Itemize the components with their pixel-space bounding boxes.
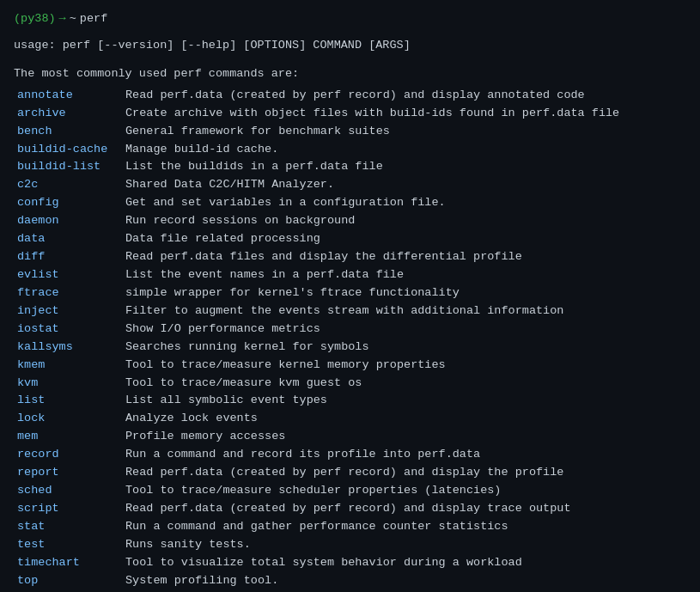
cmd-name: script	[14, 500, 125, 518]
table-row: annotateRead perf.data (created by perf …	[14, 87, 686, 105]
table-row: buildid-listList the buildids in a perf.…	[14, 158, 686, 176]
cmd-name: evlist	[14, 266, 125, 284]
cmd-name: lock	[14, 410, 125, 428]
cmd-name: stat	[14, 518, 125, 536]
cmd-name: kallsyms	[14, 339, 125, 357]
cmd-name: top	[14, 572, 125, 590]
table-row: configGet and set variables in a configu…	[14, 194, 686, 212]
cmd-desc: List the event names in a perf.data file	[125, 266, 686, 284]
table-row: recordRun a command and record its profi…	[14, 446, 686, 464]
cmd-desc: Tool to trace/measure kvm guest os	[125, 375, 686, 393]
cmd-desc: Read perf.data (created by perf record) …	[125, 87, 686, 105]
cmd-desc: List all symbolic event types	[125, 392, 686, 410]
prompt-tilde: ~	[70, 10, 76, 28]
table-row: evlistList the event names in a perf.dat…	[14, 266, 686, 284]
cmd-name: c2c	[14, 176, 125, 194]
commands-table: annotateRead perf.data (created by perf …	[14, 87, 686, 592]
table-row: iostatShow I/O performance metrics	[14, 320, 686, 339]
cmd-name: mem	[14, 428, 125, 446]
section-header: The most commonly used perf commands are…	[14, 65, 686, 83]
table-row: kallsymsSearches running kernel for symb…	[14, 339, 686, 357]
cmd-name: diff	[14, 248, 125, 266]
cmd-desc: Runs sanity tests.	[125, 536, 686, 554]
table-row: lockAnalyze lock events	[14, 410, 686, 428]
cmd-desc: Get and set variables in a configuration…	[125, 194, 686, 212]
cmd-name: buildid-list	[14, 158, 125, 176]
cmd-desc: Read perf.data (created by perf record) …	[125, 464, 686, 482]
table-row: archiveCreate archive with object files …	[14, 105, 686, 123]
cmd-name: iostat	[14, 320, 125, 339]
table-row: kmemTool to trace/measure kernel memory …	[14, 357, 686, 375]
table-row: buildid-cacheManage build-id cache.	[14, 141, 686, 159]
table-row: injectFilter to augment the events strea…	[14, 302, 686, 320]
terminal-window: (py38) → ~ perf usage: perf [--version] …	[14, 10, 686, 592]
prompt-command: perf	[80, 10, 107, 28]
cmd-name: annotate	[14, 87, 125, 105]
cmd-name: kmem	[14, 357, 125, 375]
cmd-desc: Create archive with object files with bu…	[125, 105, 686, 123]
cmd-desc: Manage build-id cache.	[125, 141, 686, 159]
cmd-name: archive	[14, 105, 125, 123]
cmd-name: buildid-cache	[14, 141, 125, 159]
cmd-desc: Analyze lock events	[125, 410, 686, 428]
table-row: listList all symbolic event types	[14, 392, 686, 410]
table-row: ftracesimple wrapper for kernel's ftrace…	[14, 284, 686, 302]
cmd-desc: Searches running kernel for symbols	[125, 339, 686, 357]
cmd-desc: Run a command and record its profile int…	[125, 446, 686, 464]
cmd-desc: Filter to augment the events stream with…	[125, 302, 686, 320]
cmd-desc: simple wrapper for kernel's ftrace funct…	[125, 284, 686, 302]
table-row: dataData file related processing	[14, 230, 686, 248]
table-row: timechartTool to visualize total system …	[14, 554, 686, 572]
table-row: kvmTool to trace/measure kvm guest os	[14, 375, 686, 393]
cmd-name: report	[14, 464, 125, 482]
cmd-desc: Tool to visualize total system behavior …	[125, 554, 686, 572]
cmd-name: test	[14, 536, 125, 554]
cmd-desc: Show I/O performance metrics	[125, 320, 686, 339]
table-row: reportRead perf.data (created by perf re…	[14, 464, 686, 482]
cmd-desc: System profiling tool.	[125, 572, 686, 590]
cmd-desc: Profile memory accesses	[125, 428, 686, 446]
env-badge: (py38)	[14, 10, 56, 28]
table-row: statRun a command and gather performance…	[14, 518, 686, 536]
cmd-name: ftrace	[14, 284, 125, 302]
cmd-name: daemon	[14, 212, 125, 230]
cmd-desc: Read perf.data (created by perf record) …	[125, 500, 686, 518]
cmd-name: inject	[14, 302, 125, 320]
table-row: schedTool to trace/measure scheduler pro…	[14, 482, 686, 500]
cmd-desc: Data file related processing	[125, 230, 686, 248]
cmd-desc: Read perf.data files and display the dif…	[125, 248, 686, 266]
table-row: benchGeneral framework for benchmark sui…	[14, 123, 686, 141]
cmd-desc: List the buildids in a perf.data file	[125, 158, 686, 176]
table-row: c2cShared Data C2C/HITM Analyzer.	[14, 176, 686, 194]
cmd-desc: Run a command and gather performance cou…	[125, 518, 686, 536]
table-row: scriptRead perf.data (created by perf re…	[14, 500, 686, 518]
cmd-desc: Shared Data C2C/HITM Analyzer.	[125, 176, 686, 194]
cmd-name: data	[14, 230, 125, 248]
cmd-desc: Tool to trace/measure kernel memory prop…	[125, 357, 686, 375]
table-row: testRuns sanity tests.	[14, 536, 686, 554]
prompt-arrow: →	[59, 10, 66, 28]
cmd-name: config	[14, 194, 125, 212]
prompt-line: (py38) → ~ perf	[14, 10, 686, 28]
cmd-name: list	[14, 392, 125, 410]
usage-line: usage: perf [--version] [--help] [OPTION…	[14, 37, 686, 55]
cmd-desc: Run record sessions on background	[125, 212, 686, 230]
cmd-name: sched	[14, 482, 125, 500]
table-row: memProfile memory accesses	[14, 428, 686, 446]
table-row: daemonRun record sessions on background	[14, 212, 686, 230]
table-row: diffRead perf.data files and display the…	[14, 248, 686, 266]
table-row: topSystem profiling tool.	[14, 572, 686, 590]
cmd-name: bench	[14, 123, 125, 141]
cmd-name: timechart	[14, 554, 125, 572]
cmd-name: record	[14, 446, 125, 464]
cmd-name: kvm	[14, 375, 125, 393]
cmd-desc: General framework for benchmark suites	[125, 123, 686, 141]
cmd-desc: Tool to trace/measure scheduler properti…	[125, 482, 686, 500]
